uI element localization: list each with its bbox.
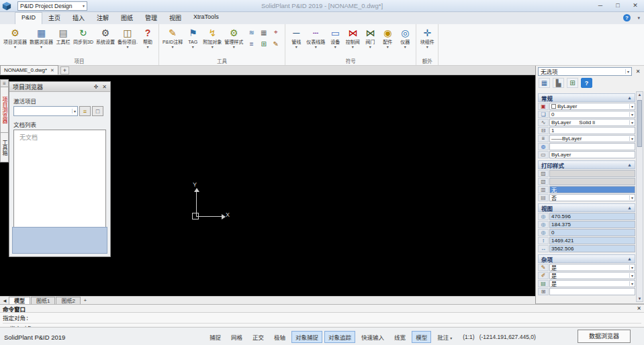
help-button[interactable]: ? 帮助 ▾: [139, 25, 156, 58]
selection-filter-select[interactable]: 无选项 ▾: [538, 67, 632, 76]
tab-pid[interactable]: P&ID: [15, 12, 42, 24]
active-project-select[interactable]: ▾: [13, 106, 78, 116]
properties-scrollbar[interactable]: ▲ ▼: [636, 91, 643, 302]
view-width-value[interactable]: 3562.506: [549, 245, 635, 252]
section-header-view[interactable]: 视图 ▲: [538, 203, 635, 212]
view-height-value[interactable]: 1469.421: [549, 237, 635, 244]
close-button[interactable]: ✕: [627, 0, 644, 11]
property-row-linetype[interactable]: ∿ ByLayerSolid li▾: [538, 119, 635, 126]
misc-2-value[interactable]: 是▾: [549, 272, 635, 279]
chevron-down-icon[interactable]: ▾: [629, 273, 633, 278]
ribbon-collapse-icon[interactable]: ▾: [637, 15, 640, 21]
quick-select-button[interactable]: ▦: [539, 78, 550, 88]
chevron-down-icon[interactable]: ▾: [629, 195, 633, 200]
property-row-plot-style[interactable]: ▨: [538, 170, 635, 177]
project-browser-button[interactable]: ⚙ 项目浏览器 ▾: [2, 25, 28, 58]
group-label-extra[interactable]: 额外: [416, 58, 438, 65]
workspace-select[interactable]: P&ID Project Design ▾: [17, 1, 87, 11]
tab-home[interactable]: 主页: [42, 12, 66, 24]
backup-project-button[interactable]: ◫ 备份项目. ▾: [116, 25, 139, 58]
tools-small-button-5[interactable]: ⊞: [258, 38, 269, 49]
side-tab-toolbox[interactable]: 工具箱: [0, 133, 9, 162]
close-icon[interactable]: ✕: [637, 305, 641, 311]
side-tab-project-browser[interactable]: 项目浏览器: [0, 87, 9, 133]
property-row-layer[interactable]: ❏ 0▾: [538, 111, 635, 118]
pid-annotation-button[interactable]: ✎ P&ID注释 ▾: [161, 25, 184, 58]
section-header-general[interactable]: 常规 ▲: [538, 93, 635, 102]
toggle-model[interactable]: 模型: [412, 331, 431, 343]
layout-tab-sheet2[interactable]: 图纸2: [56, 297, 80, 305]
toggle-pickadd-button[interactable]: ⊞: [567, 78, 578, 88]
pipeline-button[interactable]: ─ 管线 ▾: [287, 25, 305, 58]
linetype-value[interactable]: ByLayerSolid li▾: [549, 119, 635, 126]
lineweight-value[interactable]: ——ByLayer▾: [549, 135, 635, 142]
tools-small-button-2[interactable]: ▦: [258, 27, 269, 38]
layer-value[interactable]: 0▾: [549, 111, 635, 118]
property-row-thickness[interactable]: ▭ ByLayer: [538, 151, 635, 158]
help-icon[interactable]: ?: [623, 14, 631, 21]
property-row-plot-table-type[interactable]: ▤ 否▾: [538, 194, 635, 201]
property-row-view-x[interactable]: ◎ 470.596: [538, 213, 635, 220]
scrollbar-thumb[interactable]: [637, 100, 642, 147]
menu-icon[interactable]: ≡: [0, 79, 9, 87]
attach-object-button[interactable]: ↯ 附加对象 ▾: [201, 25, 223, 58]
chevron-down-icon[interactable]: ▾: [629, 112, 633, 117]
chevron-down-icon[interactable]: ▾: [629, 120, 633, 125]
property-row-misc-1[interactable]: ✎ 是▾: [538, 264, 635, 271]
plot-table-type-value[interactable]: 否▾: [549, 194, 635, 201]
fitting-button[interactable]: ◉ 配件 ▾: [379, 25, 396, 58]
collapse-icon[interactable]: ▲: [627, 256, 632, 261]
toggle-quick-input[interactable]: 快速输入: [357, 331, 388, 343]
property-row-misc-2[interactable]: ✐ 是▾: [538, 272, 635, 279]
misc-1-value[interactable]: 是▾: [549, 264, 635, 271]
valve-button[interactable]: ⋈ 阀门 ▾: [361, 25, 379, 58]
collapse-icon[interactable]: ▲: [627, 205, 632, 210]
manage-styles-button[interactable]: ⚙ 管理样式 ▾: [223, 25, 244, 58]
close-icon[interactable]: ✕: [102, 84, 107, 90]
plot-table-attached-value[interactable]: 无: [549, 186, 635, 193]
layout-tab-sheet1[interactable]: 图纸1: [31, 297, 55, 305]
command-history[interactable]: 指定对角: : 指定对角:: [0, 312, 644, 327]
instrument-button[interactable]: ◎ 仪器 ▾: [396, 25, 414, 58]
tools-small-button-1[interactable]: ≋: [246, 27, 257, 38]
toggle-object-track[interactable]: 对象追踪: [324, 331, 355, 343]
document-tab[interactable]: NONAME_0.dwg* ✕: [0, 65, 58, 75]
toggle-object-snap[interactable]: 对象捕捉: [291, 331, 322, 343]
section-header-misc[interactable]: 杂项 ▲: [538, 254, 635, 263]
chevron-down-icon[interactable]: ▾: [629, 136, 633, 141]
property-row-hyperlink[interactable]: ◍: [538, 143, 635, 150]
palette-title-bar[interactable]: 项目浏览器 ✜ ✕: [9, 82, 110, 92]
thickness-value[interactable]: ByLayer: [549, 151, 635, 158]
scroll-down-icon[interactable]: ▼: [637, 297, 643, 301]
chevron-down-icon[interactable]: ▾: [629, 104, 633, 109]
data-browser-button[interactable]: ▦ 数据浏览器 ▾: [28, 25, 54, 58]
equipment-button[interactable]: ▭ 设备 ▾: [326, 25, 344, 58]
property-row-view-z[interactable]: ◎ 0: [538, 229, 635, 236]
layout-nav-left-icon[interactable]: ◀: [1, 298, 8, 303]
data-browser-statusbar-button[interactable]: 数据浏览器: [578, 330, 631, 343]
misc-3-value[interactable]: 是▾: [549, 280, 635, 287]
block-component-button[interactable]: ✛ 块组件 ▾: [418, 25, 436, 58]
sync-to-3d-button[interactable]: ↻ 同步到3D: [72, 25, 95, 58]
tab-xtratools[interactable]: XtraTools: [187, 12, 225, 24]
toggle-lineweight[interactable]: 线宽: [390, 331, 410, 343]
group-label-project[interactable]: 项目: [0, 58, 158, 65]
instrument-line-button[interactable]: ┄ 仪表线路 ▾: [305, 25, 326, 58]
tag-button[interactable]: ⚑ TAG ▾: [184, 25, 201, 58]
property-row-color[interactable]: ▣ ByLayer▾: [538, 103, 635, 110]
document-list[interactable]: 无文档: [13, 130, 106, 228]
property-row-misc-4[interactable]: ⊞: [538, 288, 635, 295]
browse-project-button[interactable]: □: [92, 106, 103, 116]
collapse-icon[interactable]: ▲: [627, 162, 632, 167]
group-label-tools[interactable]: 工具: [159, 58, 285, 65]
tools-small-button-4[interactable]: ≡: [246, 38, 257, 49]
toggle-snap[interactable]: 捕捉: [205, 331, 225, 343]
minimize-button[interactable]: ─: [592, 0, 609, 11]
maximize-button[interactable]: □: [609, 0, 627, 11]
linetype-scale-value[interactable]: 1: [549, 127, 635, 134]
tab-insert[interactable]: 插入: [66, 12, 91, 24]
layout-tab-model[interactable]: 模型: [9, 297, 30, 305]
property-row-view-height[interactable]: ↕ 1469.421: [538, 237, 635, 244]
view-x-value[interactable]: 470.596: [549, 213, 635, 220]
color-value[interactable]: ByLayer▾: [549, 103, 635, 110]
